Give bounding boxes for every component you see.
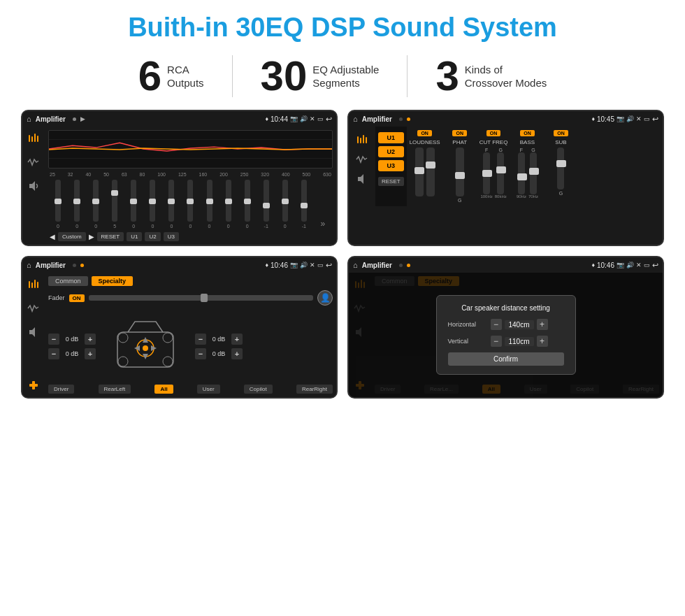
reset-btn-amp2[interactable]: RESET <box>378 177 404 186</box>
bass-on-btn[interactable]: ON <box>520 130 535 136</box>
sidebar-eq-icon-2[interactable] <box>354 132 370 148</box>
bass-slider-g[interactable] <box>530 152 537 194</box>
sidebar-speaker-icon[interactable] <box>26 178 41 194</box>
back-icon-3[interactable]: ↩ <box>326 261 332 270</box>
all-btn[interactable]: All <box>154 385 173 394</box>
slider-thumb-8[interactable] <box>206 199 213 204</box>
slider-track-12[interactable] <box>282 180 288 222</box>
prev-btn-eq[interactable]: ◀ <box>50 233 55 241</box>
back-icon-4[interactable]: ↩ <box>652 261 658 270</box>
slider-track-0[interactable] <box>55 180 61 222</box>
sub-slider[interactable] <box>557 148 564 189</box>
u2-btn-1[interactable]: U2 <box>145 232 160 241</box>
slider-track-2[interactable] <box>93 180 99 222</box>
slider-thumb-3[interactable] <box>111 190 118 196</box>
fr-minus-btn[interactable]: − <box>195 334 206 345</box>
slider-track-3[interactable] <box>112 180 117 222</box>
slider-track-6[interactable] <box>168 180 174 222</box>
sub-on-btn[interactable]: ON <box>554 130 568 136</box>
slider-thumb-6[interactable] <box>168 199 175 204</box>
slider-track-10[interactable] <box>245 180 250 222</box>
loudness-slider-2[interactable] <box>426 148 435 196</box>
u3-btn-1[interactable]: U3 <box>164 232 179 241</box>
slider-thumb-0[interactable] <box>55 199 62 204</box>
cutfreq-slider-g[interactable] <box>497 152 504 194</box>
sidebar-wave-icon[interactable] <box>26 155 41 170</box>
rl-plus-btn[interactable]: + <box>85 348 96 359</box>
back-icon-2[interactable]: ↩ <box>652 115 658 124</box>
driver-btn[interactable]: Driver <box>48 385 74 394</box>
horizontal-plus-btn[interactable]: + <box>537 319 548 330</box>
fl-minus-btn[interactable]: − <box>48 334 59 345</box>
vertical-plus-btn[interactable]: + <box>537 336 548 347</box>
phat-on-btn[interactable]: ON <box>452 130 467 136</box>
slider-thumb-11[interactable] <box>263 203 270 208</box>
bass-slider-f[interactable] <box>518 152 525 194</box>
tab-common[interactable]: Common <box>48 276 88 286</box>
eq-val-10: 0 <box>246 224 249 229</box>
rr-plus-btn[interactable]: + <box>231 348 243 359</box>
u1-btn-1[interactable]: U1 <box>127 232 142 241</box>
custom-btn[interactable]: Custom <box>58 232 86 241</box>
fader-thumb <box>201 294 208 302</box>
horizontal-minus-btn[interactable]: − <box>491 319 502 330</box>
fl-plus-btn[interactable]: + <box>85 334 96 345</box>
sidebar-balance-icon-3[interactable] <box>26 378 41 393</box>
tab-specialty[interactable]: Specialty <box>92 276 134 286</box>
fader-slider[interactable] <box>89 295 313 301</box>
confirm-button[interactable]: Confirm <box>448 352 564 366</box>
fr-plus-btn[interactable]: + <box>231 334 243 345</box>
slider-track-7[interactable] <box>187 180 193 222</box>
slider-thumb-2[interactable] <box>92 199 99 204</box>
speaker-icon-4: 🔊 <box>626 262 634 268</box>
slider-thumb-10[interactable] <box>244 199 251 204</box>
sidebar-wave-icon-3[interactable] <box>26 301 41 316</box>
sidebar-eq-icon-3[interactable] <box>26 277 41 292</box>
camera-icon-2: 📷 <box>616 115 624 122</box>
cutfreq-slider-f[interactable] <box>483 152 490 194</box>
slider-track-4[interactable] <box>131 180 136 222</box>
slider-thumb-4[interactable] <box>130 199 137 204</box>
loudness-slider-1[interactable] <box>415 148 424 196</box>
vertical-minus-btn[interactable]: − <box>491 336 502 347</box>
slider-thumb-13[interactable] <box>301 203 308 208</box>
slider-thumb-5[interactable] <box>149 199 156 204</box>
loudness-on-btn[interactable]: ON <box>417 130 432 136</box>
slider-track-9[interactable] <box>226 180 231 222</box>
rr-minus-btn[interactable]: − <box>195 348 206 359</box>
fader-on-btn[interactable]: ON <box>69 294 85 302</box>
slider-track-11[interactable] <box>264 180 269 222</box>
sidebar-speaker-icon-3[interactable] <box>26 324 41 340</box>
phat-slider[interactable] <box>456 148 464 196</box>
slider-thumb-7[interactable] <box>187 199 194 204</box>
copilot-btn[interactable]: Copilot <box>244 385 273 394</box>
back-icon-1[interactable]: ↩ <box>326 115 332 124</box>
home-icon-1[interactable]: ⌂ <box>27 115 31 123</box>
home-icon-4[interactable]: ⌂ <box>353 261 358 269</box>
sidebar-eq-icon[interactable] <box>26 131 41 146</box>
sidebar-speaker-icon-2[interactable] <box>354 171 370 187</box>
cutfreq-on-btn[interactable]: ON <box>486 130 501 136</box>
reset-btn-1[interactable]: RESET <box>97 232 124 241</box>
home-icon-2[interactable]: ⌂ <box>353 115 358 123</box>
u1-preset-btn[interactable]: U1 <box>378 132 404 143</box>
rl-minus-btn[interactable]: − <box>48 348 59 359</box>
rearleft-btn[interactable]: RearLeft <box>99 385 131 394</box>
sidebar-wave-icon-2[interactable] <box>354 152 370 167</box>
slider-thumb-9[interactable] <box>225 199 232 204</box>
slider-track-1[interactable] <box>74 180 80 222</box>
slider-track-5[interactable] <box>150 180 155 222</box>
slider-thumb-1[interactable] <box>73 199 80 204</box>
slider-track-13[interactable] <box>301 180 307 222</box>
rearright-btn[interactable]: RearRight <box>296 385 333 394</box>
more-icon[interactable]: » <box>321 219 326 229</box>
user-btn[interactable]: User <box>197 385 220 394</box>
u2-preset-btn[interactable]: U2 <box>378 146 404 157</box>
slider-track-8[interactable] <box>207 180 212 222</box>
channel-cutfreq: ON CUT FREQ F 100Hz <box>480 130 508 203</box>
next-btn-eq[interactable]: ▶ <box>89 233 94 241</box>
u3-preset-btn[interactable]: U3 <box>378 160 404 171</box>
slider-thumb-12[interactable] <box>282 199 289 204</box>
home-icon-3[interactable]: ⌂ <box>27 261 31 269</box>
user-profile-icon[interactable]: 👤 <box>317 290 333 306</box>
